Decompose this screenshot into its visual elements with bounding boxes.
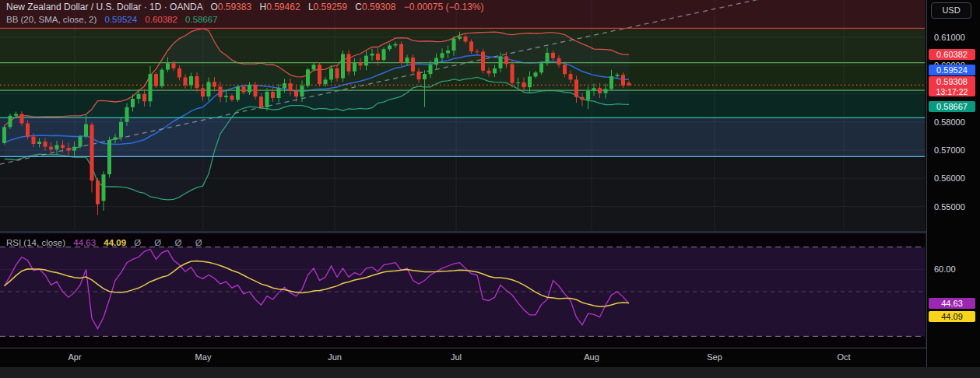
candle	[563, 65, 567, 74]
candle	[423, 74, 427, 79]
candle	[107, 140, 111, 174]
candle	[189, 76, 193, 86]
candle	[9, 116, 12, 128]
candle	[446, 51, 450, 53]
candle	[616, 75, 620, 76]
rsi-label[interactable]: RSI (14, close)	[6, 238, 65, 247]
candle	[306, 69, 310, 86]
price-badge: 0.59524	[929, 65, 975, 75]
candle	[84, 124, 88, 137]
candle	[61, 145, 65, 149]
candle	[504, 56, 508, 64]
time-axis-label-jul[interactable]: Jul	[451, 352, 462, 362]
bb-lower-value: 0.58667	[185, 15, 218, 24]
candle	[2, 127, 6, 143]
candle	[335, 68, 339, 79]
candle	[609, 76, 613, 89]
candle	[347, 54, 351, 72]
candle	[539, 63, 543, 72]
candle	[324, 79, 328, 84]
candle	[67, 148, 71, 151]
ohlc-low-label: L	[308, 2, 314, 12]
candle	[388, 46, 392, 50]
rsi-indicator-legend[interactable]: RSI (14, close) 44.63 44.09 Ø Ø Ø Ø	[6, 238, 208, 247]
candle	[277, 88, 281, 98]
candle	[96, 180, 100, 205]
ohlc-close-label: C	[355, 2, 362, 12]
candle	[265, 92, 269, 107]
price-scale-label: 0.58000	[934, 117, 965, 128]
candle	[195, 76, 199, 88]
candle	[627, 83, 631, 86]
time-axis[interactable]: AprMayJunJulAugSepOct	[0, 348, 980, 367]
time-axis-label-sep[interactable]: Sep	[707, 352, 722, 362]
bottom-toolbar-strip	[0, 367, 980, 378]
ohlc-high-label: H	[260, 2, 267, 12]
candle	[55, 145, 59, 150]
candle	[142, 94, 146, 101]
price-scale[interactable]: USD 0.610000.600000.580000.570000.560000…	[926, 0, 980, 367]
candle	[102, 174, 106, 201]
price-scale-label: 0.57000	[934, 145, 965, 156]
candle	[312, 65, 316, 69]
candle	[586, 91, 590, 100]
price-badge: 0.58667	[929, 101, 975, 112]
candle	[254, 85, 258, 96]
candle	[224, 96, 228, 97]
candle	[394, 44, 398, 46]
candle	[160, 70, 164, 86]
candle	[114, 137, 118, 140]
candle	[469, 41, 473, 51]
bb-basis-value: 0.59524	[105, 15, 138, 24]
time-axis-label-oct[interactable]: Oct	[837, 352, 850, 362]
candle	[154, 74, 158, 86]
bb-label[interactable]: BB (20, SMA, close, 2)	[6, 15, 97, 24]
candle	[382, 49, 386, 60]
candle	[441, 53, 444, 58]
candle	[546, 53, 550, 63]
bb-upper-value: 0.60382	[145, 15, 177, 24]
candle	[294, 91, 298, 96]
pane-separator	[0, 231, 926, 233]
price-badge: 44.63	[929, 298, 975, 309]
candle	[376, 54, 380, 60]
candle	[551, 53, 555, 58]
time-axis-label-may[interactable]: May	[195, 352, 212, 362]
candle	[166, 63, 170, 69]
candle	[364, 56, 368, 66]
ohlc-open-label: O	[210, 2, 217, 12]
candle	[125, 107, 129, 122]
candle	[149, 74, 153, 101]
candle	[511, 64, 515, 82]
time-axis-label-apr[interactable]: Apr	[68, 352, 81, 362]
candle	[236, 86, 240, 100]
candle	[341, 54, 345, 78]
currency-toggle-button[interactable]: USD	[931, 2, 971, 19]
candle	[32, 137, 36, 144]
candle	[399, 44, 403, 63]
candle	[476, 51, 479, 52]
candle	[522, 82, 526, 87]
candle	[213, 82, 216, 86]
candle	[528, 76, 532, 87]
rsi-hidden-values: Ø Ø Ø Ø	[134, 238, 207, 247]
price-scale-label: 0.55000	[934, 201, 965, 212]
symbol-legend[interactable]: New Zealand Dollar / U.S. Dollar · 1D · …	[6, 2, 483, 12]
ohlc-low-value: 0.59259	[314, 2, 347, 12]
candle	[248, 85, 251, 93]
time-axis-label-aug[interactable]: Aug	[584, 352, 599, 362]
candle	[230, 96, 234, 100]
candle	[598, 88, 602, 93]
candle	[359, 63, 363, 66]
candle	[177, 68, 181, 78]
candle	[487, 71, 491, 74]
time-axis-label-jun[interactable]: Jun	[328, 352, 342, 362]
price-badge: 44.09	[929, 311, 975, 322]
bb-indicator-legend[interactable]: BB (20, SMA, close, 2) 0.59524 0.60382 0…	[6, 15, 218, 24]
candle	[72, 147, 76, 151]
price-badge: 0.60382	[929, 49, 975, 60]
chart-canvas[interactable]	[0, 0, 926, 348]
candle	[79, 137, 83, 147]
candle	[417, 72, 421, 79]
symbol-title[interactable]: New Zealand Dollar / U.S. Dollar · 1D · …	[6, 2, 202, 12]
